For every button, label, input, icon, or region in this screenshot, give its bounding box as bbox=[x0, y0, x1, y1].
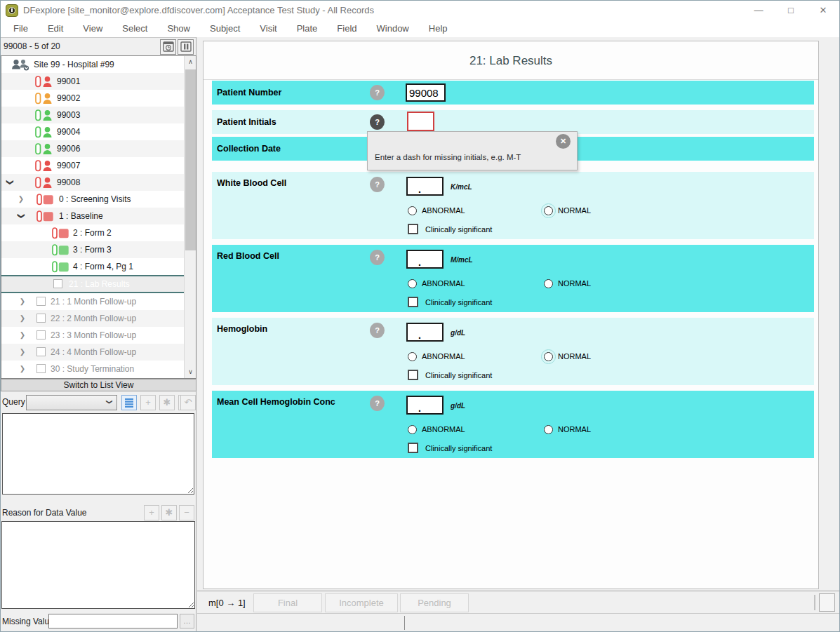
chevron-right-icon[interactable]: ❯ bbox=[18, 344, 27, 361]
minimize-icon[interactable]: — bbox=[742, 1, 775, 20]
clock-view-icon[interactable] bbox=[160, 39, 176, 55]
query-list-icon[interactable] bbox=[121, 395, 137, 410]
maximize-icon[interactable]: □ bbox=[775, 1, 807, 20]
tree-item-patient-99003[interactable]: 99003 bbox=[1, 107, 196, 123]
tree-item-form2[interactable]: 2 : Form 2 bbox=[1, 224, 196, 241]
record-checkbox[interactable] bbox=[36, 330, 46, 339]
close-icon[interactable]: ✕ bbox=[807, 1, 839, 20]
tree-item-visit-baseline[interactable]: ❯ 1 : Baseline bbox=[1, 208, 196, 224]
help-icon[interactable]: ? bbox=[370, 250, 385, 265]
menu-select[interactable]: Select bbox=[112, 20, 157, 37]
footer-corner-button[interactable] bbox=[819, 593, 835, 612]
menu-file[interactable]: File bbox=[4, 20, 38, 37]
tree-scrollbar[interactable]: ∧ ∨ bbox=[184, 56, 196, 378]
help-icon[interactable]: ? bbox=[370, 177, 385, 192]
menu-subject[interactable]: Subject bbox=[200, 20, 250, 37]
reason-asterisk-button[interactable]: ✱ bbox=[161, 505, 177, 520]
tree-item-patient-99001[interactable]: 99001 bbox=[1, 73, 196, 90]
scroll-up-icon[interactable]: ∧ bbox=[185, 56, 196, 68]
clinically-significant-checkbox[interactable] bbox=[408, 224, 418, 234]
reason-add-button[interactable]: + bbox=[144, 505, 159, 520]
final-button[interactable]: Final bbox=[253, 593, 322, 612]
tree-item-patient-99007[interactable]: 99007 bbox=[1, 157, 196, 174]
abnormal-radio[interactable] bbox=[408, 352, 417, 361]
tree-item-site[interactable]: Site 99 - Hospital #99 bbox=[1, 56, 196, 73]
help-icon[interactable]: ? bbox=[370, 85, 385, 100]
menu-edit[interactable]: Edit bbox=[38, 20, 73, 37]
query-add-button[interactable]: + bbox=[140, 395, 156, 410]
reason-textarea[interactable] bbox=[1, 521, 195, 609]
chevron-right-icon[interactable]: ❯ bbox=[18, 327, 27, 344]
help-icon[interactable]: ? bbox=[370, 323, 385, 338]
menu-field[interactable]: Field bbox=[327, 20, 366, 37]
record-checkbox[interactable] bbox=[36, 347, 46, 356]
normal-radio[interactable] bbox=[544, 425, 553, 434]
query-textarea[interactable] bbox=[2, 413, 194, 495]
chevron-right-icon[interactable]: ❯ bbox=[18, 293, 27, 310]
chevron-right-icon[interactable]: ❯ bbox=[17, 191, 25, 208]
menu-visit[interactable]: Visit bbox=[250, 20, 286, 37]
normal-label: NORMAL bbox=[558, 279, 591, 288]
incomplete-button[interactable]: Incomplete bbox=[325, 593, 398, 612]
tree-item-visit-2month[interactable]: ❯ 22 : 2 Month Follow-up bbox=[1, 310, 196, 327]
unit-label: g/dL bbox=[451, 329, 465, 337]
tree-item-patient-99004[interactable]: 99004 bbox=[1, 123, 196, 140]
menu-view[interactable]: View bbox=[73, 20, 112, 37]
tree-item-visit-1month[interactable]: ❯ 21 : 1 Month Follow-up bbox=[1, 293, 196, 310]
abnormal-radio[interactable] bbox=[408, 206, 417, 215]
status-bar bbox=[197, 614, 840, 632]
patient-initials-input[interactable] bbox=[407, 112, 434, 131]
tree-item-visit-4month[interactable]: ❯ 24 : 4 Month Follow-up bbox=[1, 344, 196, 361]
record-checkbox[interactable] bbox=[36, 314, 46, 323]
tree-item-patient-99002[interactable]: 99002 bbox=[1, 90, 196, 107]
wbc-value-input[interactable] bbox=[406, 177, 444, 196]
clinically-significant-checkbox[interactable] bbox=[408, 443, 418, 453]
menu-help[interactable]: Help bbox=[419, 20, 458, 37]
help-icon[interactable]: ? bbox=[370, 396, 385, 411]
tree-item-visit-3month[interactable]: ❯ 23 : 3 Month Follow-up bbox=[1, 327, 196, 344]
tree-item-lab-results-selected[interactable]: 21 : Lab Results bbox=[1, 275, 196, 293]
tree-item-visit-screening[interactable]: ❯ 0 : Screening Visits bbox=[1, 191, 196, 208]
clinically-significant-checkbox[interactable] bbox=[408, 370, 418, 380]
abnormal-radio[interactable] bbox=[408, 279, 417, 288]
tree-item-patient-99006[interactable]: 99006 bbox=[1, 140, 196, 157]
query-asterisk-button[interactable]: ✱ bbox=[159, 395, 175, 410]
field-label: Red Blood Cell bbox=[217, 251, 279, 261]
record-checkbox[interactable] bbox=[53, 279, 62, 288]
abnormal-radio[interactable] bbox=[408, 425, 417, 434]
scrollbar-thumb[interactable] bbox=[185, 69, 196, 250]
query-undo-icon[interactable]: ↶ bbox=[180, 395, 196, 410]
menu-show[interactable]: Show bbox=[157, 20, 200, 37]
hemoglobin-value-input[interactable] bbox=[406, 323, 444, 342]
title-bar: DFexplore [site_monitor@explore.dfdiscov… bbox=[1, 1, 839, 20]
menu-plate[interactable]: Plate bbox=[287, 20, 328, 37]
menu-window[interactable]: Window bbox=[367, 20, 419, 37]
chevron-right-icon[interactable]: ❯ bbox=[18, 310, 27, 327]
chevron-down-icon[interactable]: ❯ bbox=[13, 212, 29, 220]
tooltip-close-icon[interactable]: ✕ bbox=[556, 134, 571, 149]
pending-button[interactable]: Pending bbox=[400, 593, 469, 612]
normal-radio[interactable] bbox=[544, 352, 553, 361]
help-icon-active[interactable]: ? bbox=[370, 114, 385, 130]
normal-radio[interactable] bbox=[544, 279, 553, 288]
normal-radio[interactable] bbox=[544, 206, 553, 215]
record-checkbox[interactable] bbox=[36, 297, 46, 306]
query-select[interactable]: ❯ bbox=[26, 395, 117, 410]
reason-remove-button[interactable]: − bbox=[179, 505, 194, 520]
tree-item-visit-termination[interactable]: ❯ 30 : Study Termination bbox=[1, 361, 196, 377]
tree-item-patient-99008[interactable]: ❯ 99008 bbox=[1, 174, 196, 191]
mchc-value-input[interactable] bbox=[406, 396, 444, 415]
rbc-value-input[interactable] bbox=[406, 250, 444, 269]
chevron-right-icon[interactable]: ❯ bbox=[18, 361, 27, 377]
missing-value-browse-button[interactable]: … bbox=[180, 614, 194, 628]
switch-to-list-view-button[interactable]: Switch to List View bbox=[1, 379, 196, 391]
clinically-significant-checkbox[interactable] bbox=[408, 297, 418, 307]
tree-item-form4[interactable]: 4 : Form 4, Pg 1 bbox=[1, 258, 196, 275]
missing-value-input[interactable] bbox=[48, 614, 178, 628]
scroll-down-icon[interactable]: ∨ bbox=[185, 366, 196, 378]
tree-item-form3[interactable]: 3 : Form 3 bbox=[1, 241, 196, 258]
patient-number-input[interactable] bbox=[406, 83, 446, 102]
pause-view-icon[interactable] bbox=[178, 39, 194, 55]
record-checkbox[interactable] bbox=[36, 364, 46, 373]
chevron-down-icon[interactable]: ❯ bbox=[1, 178, 18, 187]
